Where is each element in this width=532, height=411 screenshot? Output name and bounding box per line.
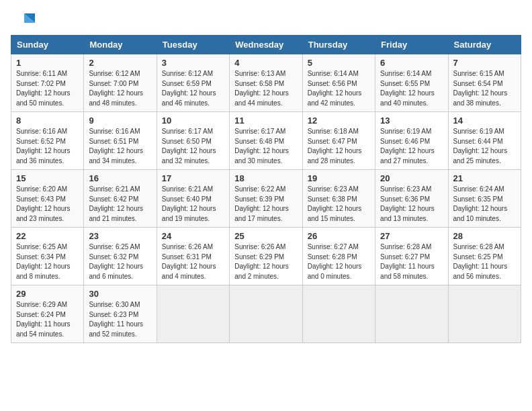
day-cell-19: 19Sunrise: 6:23 AMSunset: 6:38 PMDayligh… xyxy=(302,170,375,228)
day-info: Sunrise: 6:23 AMSunset: 6:36 PMDaylight:… xyxy=(380,185,443,224)
day-info: Sunrise: 6:25 AMSunset: 6:34 PMDaylight:… xyxy=(16,242,79,281)
calendar-week-3: 15Sunrise: 6:20 AMSunset: 6:43 PMDayligh… xyxy=(11,170,521,228)
day-number: 21 xyxy=(453,173,516,183)
weekday-header-friday: Friday xyxy=(375,36,448,54)
day-info: Sunrise: 6:28 AMSunset: 6:25 PMDaylight:… xyxy=(453,242,516,281)
day-info: Sunrise: 6:17 AMSunset: 6:48 PMDaylight:… xyxy=(234,127,297,166)
day-number: 9 xyxy=(89,116,151,126)
day-number: 10 xyxy=(162,116,224,126)
weekday-header-monday: Monday xyxy=(84,36,157,54)
day-number: 2 xyxy=(89,58,151,68)
day-cell-22: 22Sunrise: 6:25 AMSunset: 6:34 PMDayligh… xyxy=(11,228,84,285)
page-header xyxy=(11,11,521,30)
day-cell-5: 5Sunrise: 6:14 AMSunset: 6:56 PMDaylight… xyxy=(302,54,375,112)
day-number: 14 xyxy=(453,116,516,126)
day-info: Sunrise: 6:21 AMSunset: 6:40 PMDaylight:… xyxy=(162,185,224,224)
day-cell-11: 11Sunrise: 6:17 AMSunset: 6:48 PMDayligh… xyxy=(230,112,302,170)
day-info: Sunrise: 6:28 AMSunset: 6:27 PMDaylight:… xyxy=(380,242,443,281)
day-cell-8: 8Sunrise: 6:16 AMSunset: 6:52 PMDaylight… xyxy=(11,112,84,170)
day-cell-4: 4Sunrise: 6:13 AMSunset: 6:58 PMDaylight… xyxy=(230,54,302,112)
calendar-week-5: 29Sunrise: 6:29 AMSunset: 6:24 PMDayligh… xyxy=(11,285,521,343)
day-cell-28: 28Sunrise: 6:28 AMSunset: 6:25 PMDayligh… xyxy=(448,228,521,285)
day-info: Sunrise: 6:12 AMSunset: 6:59 PMDaylight:… xyxy=(162,69,224,108)
day-cell-23: 23Sunrise: 6:25 AMSunset: 6:32 PMDayligh… xyxy=(84,228,157,285)
day-number: 22 xyxy=(16,231,79,241)
day-cell-30: 30Sunrise: 6:30 AMSunset: 6:23 PMDayligh… xyxy=(84,285,157,343)
day-cell-21: 21Sunrise: 6:24 AMSunset: 6:35 PMDayligh… xyxy=(448,170,521,228)
day-cell-25: 25Sunrise: 6:26 AMSunset: 6:29 PMDayligh… xyxy=(230,228,302,285)
weekday-header-wednesday: Wednesday xyxy=(230,36,302,54)
calendar-table: SundayMondayTuesdayWednesdayThursdayFrid… xyxy=(11,35,521,343)
day-number: 3 xyxy=(162,58,224,68)
day-number: 12 xyxy=(308,116,370,126)
day-info: Sunrise: 6:13 AMSunset: 6:58 PMDaylight:… xyxy=(234,69,297,108)
logo-icon xyxy=(11,11,35,30)
day-cell-1: 1Sunrise: 6:11 AMSunset: 7:02 PMDaylight… xyxy=(11,54,84,112)
day-number: 30 xyxy=(89,289,151,299)
empty-cell xyxy=(230,285,302,343)
logo xyxy=(11,11,38,30)
day-info: Sunrise: 6:21 AMSunset: 6:42 PMDaylight:… xyxy=(89,185,151,224)
weekday-header-row: SundayMondayTuesdayWednesdayThursdayFrid… xyxy=(11,36,521,54)
day-number: 7 xyxy=(453,58,516,68)
day-info: Sunrise: 6:29 AMSunset: 6:24 PMDaylight:… xyxy=(16,300,79,339)
day-cell-9: 9Sunrise: 6:16 AMSunset: 6:51 PMDaylight… xyxy=(84,112,157,170)
day-number: 1 xyxy=(16,58,79,68)
day-number: 24 xyxy=(162,231,224,241)
calendar-week-1: 1Sunrise: 6:11 AMSunset: 7:02 PMDaylight… xyxy=(11,54,521,112)
day-number: 16 xyxy=(89,173,151,183)
day-info: Sunrise: 6:12 AMSunset: 7:00 PMDaylight:… xyxy=(89,69,151,108)
day-number: 11 xyxy=(234,116,297,126)
day-number: 8 xyxy=(16,116,79,126)
day-cell-29: 29Sunrise: 6:29 AMSunset: 6:24 PMDayligh… xyxy=(11,285,84,343)
calendar-week-4: 22Sunrise: 6:25 AMSunset: 6:34 PMDayligh… xyxy=(11,228,521,285)
day-cell-15: 15Sunrise: 6:20 AMSunset: 6:43 PMDayligh… xyxy=(11,170,84,228)
day-info: Sunrise: 6:19 AMSunset: 6:46 PMDaylight:… xyxy=(380,127,443,166)
day-number: 20 xyxy=(380,173,443,183)
day-info: Sunrise: 6:15 AMSunset: 6:54 PMDaylight:… xyxy=(453,69,516,108)
day-cell-7: 7Sunrise: 6:15 AMSunset: 6:54 PMDaylight… xyxy=(448,54,521,112)
day-cell-17: 17Sunrise: 6:21 AMSunset: 6:40 PMDayligh… xyxy=(157,170,229,228)
day-info: Sunrise: 6:24 AMSunset: 6:35 PMDaylight:… xyxy=(453,185,516,224)
day-info: Sunrise: 6:16 AMSunset: 6:51 PMDaylight:… xyxy=(89,127,151,166)
day-info: Sunrise: 6:30 AMSunset: 6:23 PMDaylight:… xyxy=(89,300,151,339)
day-cell-20: 20Sunrise: 6:23 AMSunset: 6:36 PMDayligh… xyxy=(375,170,448,228)
day-info: Sunrise: 6:14 AMSunset: 6:55 PMDaylight:… xyxy=(380,69,443,108)
day-info: Sunrise: 6:26 AMSunset: 6:31 PMDaylight:… xyxy=(162,242,224,281)
day-number: 15 xyxy=(16,173,79,183)
day-number: 17 xyxy=(162,173,224,183)
day-info: Sunrise: 6:20 AMSunset: 6:43 PMDaylight:… xyxy=(16,185,79,224)
day-info: Sunrise: 6:17 AMSunset: 6:50 PMDaylight:… xyxy=(162,127,224,166)
day-number: 19 xyxy=(308,173,370,183)
day-number: 18 xyxy=(234,173,297,183)
day-number: 26 xyxy=(308,231,370,241)
day-cell-3: 3Sunrise: 6:12 AMSunset: 6:59 PMDaylight… xyxy=(157,54,229,112)
day-info: Sunrise: 6:23 AMSunset: 6:38 PMDaylight:… xyxy=(308,185,370,224)
empty-cell xyxy=(157,285,229,343)
weekday-header-sunday: Sunday xyxy=(11,36,84,54)
day-number: 13 xyxy=(380,116,443,126)
day-cell-2: 2Sunrise: 6:12 AMSunset: 7:00 PMDaylight… xyxy=(84,54,157,112)
day-number: 6 xyxy=(380,58,443,68)
day-number: 29 xyxy=(16,289,79,299)
day-info: Sunrise: 6:14 AMSunset: 6:56 PMDaylight:… xyxy=(308,69,370,108)
day-cell-24: 24Sunrise: 6:26 AMSunset: 6:31 PMDayligh… xyxy=(157,228,229,285)
day-number: 5 xyxy=(308,58,370,68)
day-cell-16: 16Sunrise: 6:21 AMSunset: 6:42 PMDayligh… xyxy=(84,170,157,228)
day-cell-26: 26Sunrise: 6:27 AMSunset: 6:28 PMDayligh… xyxy=(302,228,375,285)
empty-cell xyxy=(302,285,375,343)
day-info: Sunrise: 6:11 AMSunset: 7:02 PMDaylight:… xyxy=(16,69,79,108)
day-cell-6: 6Sunrise: 6:14 AMSunset: 6:55 PMDaylight… xyxy=(375,54,448,112)
day-number: 23 xyxy=(89,231,151,241)
empty-cell xyxy=(375,285,448,343)
day-info: Sunrise: 6:19 AMSunset: 6:44 PMDaylight:… xyxy=(453,127,516,166)
day-info: Sunrise: 6:26 AMSunset: 6:29 PMDaylight:… xyxy=(234,242,297,281)
day-info: Sunrise: 6:18 AMSunset: 6:47 PMDaylight:… xyxy=(308,127,370,166)
day-cell-18: 18Sunrise: 6:22 AMSunset: 6:39 PMDayligh… xyxy=(230,170,302,228)
day-number: 27 xyxy=(380,231,443,241)
day-info: Sunrise: 6:16 AMSunset: 6:52 PMDaylight:… xyxy=(16,127,79,166)
weekday-header-saturday: Saturday xyxy=(448,36,521,54)
weekday-header-thursday: Thursday xyxy=(302,36,375,54)
day-number: 4 xyxy=(234,58,297,68)
day-number: 25 xyxy=(234,231,297,241)
